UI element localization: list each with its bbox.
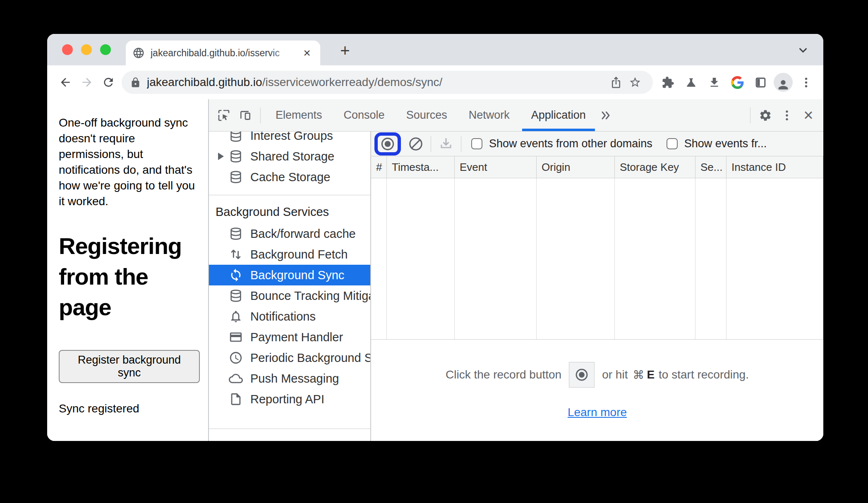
tab-close-icon[interactable]: × [300,46,314,60]
column-header-storage-key[interactable]: Storage Key [615,156,695,178]
sidebar-item-label: Back/forward cache [250,227,356,241]
sidebar-item-bounce-tracking-mitigations[interactable]: Bounce Tracking Mitigations [209,285,370,306]
devtools-tabs: ElementsConsoleSourcesNetworkApplication [265,99,597,131]
column-header-origin[interactable]: Origin [537,156,615,178]
google-logo-icon[interactable] [727,72,747,92]
traffic-light-zoom[interactable] [100,44,111,55]
devtools-close-icon[interactable]: × [798,106,819,125]
empty-text-mid: or hit [602,368,628,381]
expander-triangle-icon[interactable] [218,153,229,160]
column-body [537,178,615,339]
clear-button[interactable] [405,133,427,155]
checkbox[interactable] [471,138,482,149]
sidebar-item-back-forward-cache[interactable]: Back/forward cache [209,223,370,244]
flask-icon[interactable] [681,72,701,92]
checkbox-label: Show events fr... [684,137,767,150]
divider [209,195,370,195]
forward-button[interactable] [76,72,98,93]
empty-state: Click the record button or hit ⌘ E to st… [371,340,823,441]
sidebar-section-frames: Frames [209,435,370,441]
column-body [695,178,727,339]
address-bar[interactable]: jakearchibald.github.io/isserviceworkerr… [122,71,653,94]
record-toolbar: Show events from other domainsShow event… [371,132,823,156]
devtools-sidebar: Interest GroupsShared StorageCache Stora… [209,132,371,441]
sidebar-item-label: Background Sync [250,268,344,282]
sidebar-storage-list: Interest GroupsShared StorageCache Stora… [209,132,370,187]
divider [209,429,370,429]
separator [431,136,431,152]
globe-icon [132,47,145,59]
traffic-light-minimize[interactable] [81,44,92,55]
sidebar-item-cache-storage[interactable]: Cache Storage [209,167,370,187]
sidebar-item-label: Payment Handler [250,331,343,344]
sidebar-services-list: Back/forward cacheBackground FetchBackgr… [209,223,370,410]
sidebar-item-reporting-api[interactable]: Reporting API [209,389,370,410]
bell-icon [229,309,243,323]
database-icon [229,132,243,143]
browser-tab[interactable]: jakearchibald.github.io/isservic × [126,41,320,65]
extensions-icon[interactable] [658,72,678,92]
column-header-timesta-[interactable]: Timesta... [387,156,455,178]
sidebar-item-periodic-background-sync[interactable]: Periodic Background Sync [209,347,370,368]
empty-state-message: Click the record button or hit ⌘ E to st… [446,362,749,388]
downloads-icon[interactable] [704,72,724,92]
tab-application[interactable]: Application [520,99,597,131]
tab-console[interactable]: Console [333,99,396,131]
more-menu-icon[interactable] [796,72,816,92]
column-header--[interactable]: # [371,156,387,178]
sidebar-item-payment-handler[interactable]: Payment Handler [209,327,370,347]
devtools-more-menu-icon[interactable] [776,105,798,126]
record-button[interactable] [374,132,401,156]
sidebar-item-background-fetch[interactable]: Background Fetch [209,244,370,265]
devtools-panel: ElementsConsoleSourcesNetworkApplication… [208,99,823,441]
chevron-down-icon[interactable] [797,44,809,56]
column-body [387,178,455,339]
column-header-instance-id[interactable]: Instance ID [727,156,823,178]
settings-gear-icon[interactable] [755,105,776,126]
page-title: Registering from the page [59,231,200,323]
checkbox[interactable] [667,138,678,149]
device-toolbar-icon[interactable] [235,105,256,126]
back-button[interactable] [55,72,76,93]
navigation-toolbar: jakearchibald.github.io/isserviceworkerr… [47,65,823,99]
empty-text-before: Click the record button [446,368,561,381]
sidebar-item-label: Bounce Tracking Mitigations [250,289,370,303]
database-icon [229,149,243,163]
sidebar-item-shared-storage[interactable]: Shared Storage [209,146,370,167]
reload-button[interactable] [98,72,119,93]
sidebar-section-background-services: Background Services [209,200,370,223]
tab-network[interactable]: Network [458,99,520,131]
column-header-event[interactable]: Event [455,156,537,178]
register-background-sync-button[interactable]: Register background sync [59,350,200,383]
share-icon[interactable] [607,73,626,92]
profile-avatar[interactable] [774,73,793,92]
empty-text-after: to start recording. [659,368,749,381]
side-panel-icon[interactable] [751,72,770,92]
devtools-tabbar: ElementsConsoleSourcesNetworkApplication… [209,99,823,132]
inspect-element-icon[interactable] [213,105,235,126]
sidebar-item-push-messaging[interactable]: Push Messaging [209,368,370,389]
database-icon [229,227,243,241]
new-tab-button[interactable]: + [337,42,353,59]
url-path: /isserviceworkerready/demos/sync/ [262,76,443,89]
traffic-light-close[interactable] [62,44,73,55]
more-tabs-icon[interactable] [597,105,615,126]
bookmark-star-icon[interactable] [626,73,645,92]
learn-more-link[interactable]: Learn more [568,406,627,419]
tab-elements[interactable]: Elements [265,99,333,131]
tab-sources[interactable]: Sources [396,99,458,131]
checkbox-group-0: Show events from other domains [471,137,652,150]
column-header-se-[interactable]: Se... [695,156,727,178]
devtools-tabbar-right: × [746,105,819,126]
fetch-arrows-icon [229,247,243,261]
clock-icon [229,351,243,365]
intro-paragraph: One-off background sync doesn't require … [59,115,200,209]
separator [461,136,461,152]
sidebar-item-interest-groups[interactable]: Interest Groups [209,132,370,146]
sidebar-item-notifications[interactable]: Notifications [209,306,370,327]
save-events-icon[interactable] [435,133,457,155]
sync-icon [229,268,243,282]
document-icon [229,392,243,406]
sidebar-item-background-sync[interactable]: Background Sync [209,265,370,285]
web-page: One-off background sync doesn't require … [47,99,208,441]
